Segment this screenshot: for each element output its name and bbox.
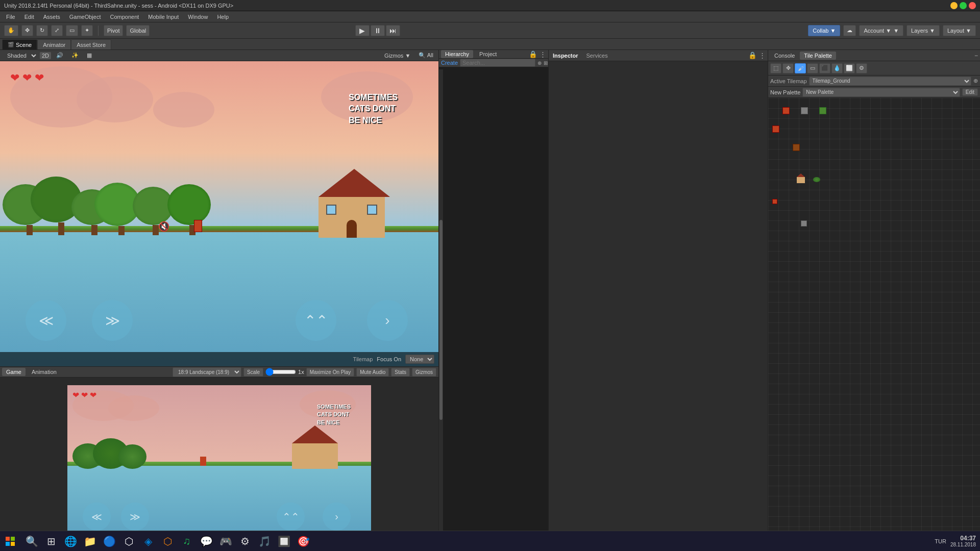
stats-btn[interactable]: Stats bbox=[391, 368, 410, 377]
all-button[interactable]: 🔍 All bbox=[415, 52, 436, 59]
tile-sprite-1[interactable] bbox=[782, 107, 790, 114]
hierarchy-scroll-thumb[interactable] bbox=[439, 220, 443, 420]
menu-window[interactable]: Window bbox=[184, 13, 212, 21]
tile-sprite-small-1[interactable] bbox=[772, 199, 777, 204]
layout-dropdown[interactable]: Layout ▼ bbox=[943, 25, 976, 36]
taskbar-unity[interactable]: ⬡ bbox=[119, 532, 138, 550]
transform-tool-btn[interactable]: ✦ bbox=[81, 25, 93, 36]
box-fill-btn[interactable]: ▭ bbox=[807, 63, 818, 73]
start-button[interactable] bbox=[0, 531, 20, 552]
maximize-button[interactable] bbox=[960, 2, 967, 9]
resolution-select[interactable]: 18:9 Landscape (18:9) bbox=[173, 367, 241, 377]
scene-viewport[interactable]: ❤ ❤ ❤ SOMETIMES CATS DONT BE NICE 🔇 bbox=[0, 61, 438, 366]
scale-tool-btn[interactable]: ⤢ bbox=[51, 25, 63, 36]
focus-on-select[interactable]: None bbox=[405, 355, 434, 364]
tile-sprite-3[interactable] bbox=[819, 107, 826, 114]
mute-audio-btn[interactable]: Mute Audio bbox=[356, 368, 389, 377]
hierarchy-tab[interactable]: Hierarchy bbox=[441, 50, 473, 58]
play-button[interactable]: ▶ bbox=[355, 25, 370, 36]
console-tab[interactable]: Console bbox=[770, 52, 799, 60]
taskbar-discord[interactable]: 💬 bbox=[197, 532, 215, 550]
hierarchy-lock-btn[interactable]: 🔒 bbox=[529, 51, 537, 58]
taskbar-blender[interactable]: ⬡ bbox=[158, 532, 177, 550]
menu-component[interactable]: Component bbox=[106, 13, 143, 21]
fx-toggle[interactable]: ✨ bbox=[68, 52, 82, 59]
taskbar-search[interactable]: 🔍 bbox=[22, 532, 41, 550]
taskbar-misc2[interactable]: ⚙ bbox=[236, 532, 254, 550]
taskbar-spotify[interactable]: ♫ bbox=[178, 532, 196, 550]
paint-tool-btn[interactable]: 🖌 bbox=[795, 63, 806, 73]
minimize-button[interactable] bbox=[950, 2, 958, 9]
cloud-button[interactable]: ☁ bbox=[843, 25, 856, 36]
edit-palette-btn[interactable]: Edit bbox=[962, 88, 978, 96]
tile-sprite-small-2[interactable] bbox=[801, 220, 807, 227]
taskbar-vscode[interactable]: ◈ bbox=[139, 532, 157, 550]
panel-minimize-btn[interactable]: − bbox=[974, 52, 978, 59]
game-tab[interactable]: Game bbox=[2, 368, 26, 376]
scene-tab[interactable]: 🎬 Scene bbox=[2, 39, 37, 49]
tile-sprite-5[interactable] bbox=[793, 144, 800, 151]
taskbar-chrome[interactable]: 🔵 bbox=[100, 532, 118, 550]
tree-item-crouch[interactable]: ▶ 📁 crouch bbox=[439, 68, 548, 69]
game-ff-btn[interactable]: ≫ bbox=[121, 503, 149, 531]
2d-button[interactable]: 2D bbox=[40, 52, 51, 59]
rewind-button[interactable]: ≪ bbox=[26, 300, 66, 341]
audio-toggle[interactable]: 🔊 bbox=[53, 52, 66, 59]
account-dropdown[interactable]: Account ▼ ▼ bbox=[859, 25, 903, 36]
menu-help[interactable]: Help bbox=[213, 13, 233, 21]
eyedropper-btn[interactable]: 💧 bbox=[831, 63, 843, 73]
up-button[interactable]: ⌃⌃ bbox=[296, 300, 336, 341]
tile-sprite-4[interactable] bbox=[772, 126, 779, 133]
grid-toggle[interactable]: ▦ bbox=[84, 52, 95, 59]
close-button[interactable] bbox=[969, 2, 976, 9]
taskbar-explorer[interactable]: 📁 bbox=[81, 532, 99, 550]
layers-dropdown[interactable]: Layers ▼ bbox=[906, 25, 940, 36]
gizmos-game-btn[interactable]: Gizmos bbox=[412, 368, 436, 377]
animation-tab[interactable]: Animation bbox=[28, 368, 61, 376]
pause-button[interactable]: ⏸ bbox=[371, 25, 385, 36]
rect-tool-btn[interactable]: ▭ bbox=[66, 25, 78, 36]
game-rewind-btn[interactable]: ≪ bbox=[83, 503, 111, 531]
tile-palette-tab[interactable]: Tile Palette bbox=[800, 52, 836, 60]
tile-grid[interactable] bbox=[768, 98, 980, 540]
menu-edit[interactable]: Edit bbox=[20, 13, 38, 21]
hierarchy-more-btn[interactable]: ⋮ bbox=[540, 51, 546, 58]
taskbar-taskview[interactable]: ⊞ bbox=[42, 532, 60, 550]
animator-tab[interactable]: Animator bbox=[37, 39, 71, 49]
menu-assets[interactable]: Assets bbox=[39, 13, 64, 21]
global-btn[interactable]: Global bbox=[126, 25, 150, 36]
menu-file[interactable]: File bbox=[2, 13, 19, 21]
maximize-on-play-btn[interactable]: Maximize On Play bbox=[306, 368, 355, 377]
scale-slider[interactable] bbox=[265, 368, 296, 376]
hand-tool-btn[interactable]: ✋ bbox=[4, 25, 18, 36]
menu-gameobject[interactable]: GameObject bbox=[65, 13, 105, 21]
project-tab[interactable]: Project bbox=[475, 50, 501, 58]
game-up-btn[interactable]: ⌃⌃ bbox=[277, 503, 305, 531]
asset-store-tab[interactable]: Asset Store bbox=[71, 39, 111, 49]
taskbar-misc4[interactable]: 🔲 bbox=[275, 532, 293, 550]
inspector-tab[interactable]: Inspector bbox=[551, 53, 580, 59]
shading-mode-select[interactable]: Shaded bbox=[2, 52, 38, 60]
taskbar-misc3[interactable]: 🎵 bbox=[255, 532, 274, 550]
taskbar-edge[interactable]: 🌐 bbox=[61, 532, 80, 550]
eraser-btn[interactable]: ⬜ bbox=[844, 63, 855, 73]
select-tool-btn[interactable]: ⬚ bbox=[770, 63, 781, 73]
hierarchy-search-input[interactable] bbox=[460, 59, 535, 67]
taskbar-misc5[interactable]: 🎯 bbox=[294, 532, 312, 550]
collab-button[interactable]: Collab ▼ bbox=[808, 25, 840, 36]
move-tool-btn[interactable]: ✥ bbox=[21, 25, 33, 36]
taskbar-misc1[interactable]: 🎮 bbox=[216, 532, 235, 550]
move-tool-btn[interactable]: ✥ bbox=[782, 63, 794, 73]
active-tilemap-select[interactable]: Tilemap_Ground bbox=[809, 77, 971, 86]
hierarchy-scrollbar[interactable] bbox=[439, 69, 443, 551]
game-jump-btn[interactable]: › bbox=[323, 503, 351, 531]
inspector-lock-btn[interactable]: 🔒 bbox=[748, 52, 757, 59]
palette-name-select[interactable]: New Palette bbox=[802, 88, 960, 97]
jump-button[interactable]: › bbox=[367, 300, 408, 341]
pivot-btn[interactable]: Pivot bbox=[104, 25, 123, 36]
gizmos-button[interactable]: Gizmos ▼ bbox=[381, 52, 413, 59]
tile-sprite-bush[interactable] bbox=[813, 177, 820, 182]
step-button[interactable]: ⏭ bbox=[386, 25, 400, 36]
hierarchy-filter-btn[interactable]: ⊕ bbox=[537, 60, 542, 66]
tile-sprite-house[interactable] bbox=[797, 173, 805, 183]
